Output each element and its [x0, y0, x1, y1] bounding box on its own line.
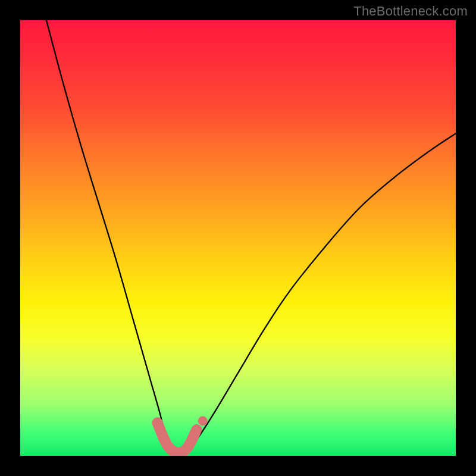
curve-layer	[20, 20, 456, 456]
chart-frame: TheBottleneck.com	[0, 0, 476, 476]
highlight-band-path	[158, 422, 197, 453]
bottleneck-curve-path	[46, 20, 456, 456]
plot-area	[20, 20, 456, 456]
highlight-end-dot	[198, 416, 208, 425]
watermark-text: TheBottleneck.com	[353, 4, 468, 19]
